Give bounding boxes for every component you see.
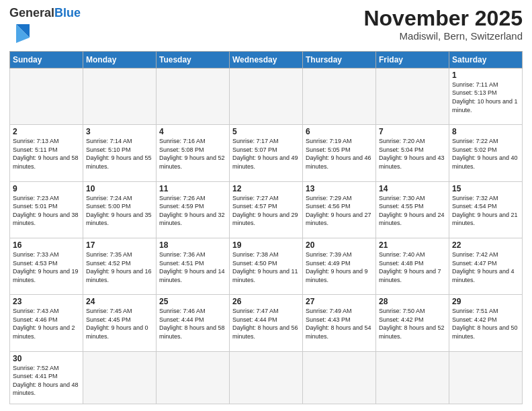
day-info: Sunrise: 7:52 AM Sunset: 4:41 PM Dayligh…	[13, 364, 80, 398]
day-number: 25	[159, 297, 226, 306]
day-number: 18	[159, 240, 226, 250]
week-row-6: 30Sunrise: 7:52 AM Sunset: 4:41 PM Dayli…	[10, 351, 523, 404]
day-number: 1	[452, 71, 519, 80]
day-cell: 10Sunrise: 7:24 AM Sunset: 5:00 PM Dayli…	[83, 181, 157, 238]
day-cell	[83, 68, 157, 124]
day-cell: 12Sunrise: 7:27 AM Sunset: 4:57 PM Dayli…	[230, 181, 303, 238]
day-info: Sunrise: 7:27 AM Sunset: 4:57 PM Dayligh…	[232, 194, 300, 228]
day-info: Sunrise: 7:26 AM Sunset: 4:59 PM Dayligh…	[159, 194, 226, 228]
day-cell	[83, 351, 157, 404]
header-cell-tuesday: Tuesday	[157, 51, 230, 68]
day-info: Sunrise: 7:39 AM Sunset: 4:49 PM Dayligh…	[306, 250, 373, 284]
day-info: Sunrise: 7:29 AM Sunset: 4:56 PM Dayligh…	[306, 194, 373, 228]
day-cell: 13Sunrise: 7:29 AM Sunset: 4:56 PM Dayli…	[303, 181, 376, 238]
day-cell: 19Sunrise: 7:38 AM Sunset: 4:50 PM Dayli…	[230, 238, 303, 294]
day-cell	[303, 351, 376, 404]
day-cell: 15Sunrise: 7:32 AM Sunset: 4:54 PM Dayli…	[449, 181, 523, 238]
day-info: Sunrise: 7:35 AM Sunset: 4:52 PM Dayligh…	[86, 250, 153, 284]
day-cell: 26Sunrise: 7:47 AM Sunset: 4:44 PM Dayli…	[230, 295, 303, 351]
logo-text: GeneralBlue	[9, 7, 81, 20]
day-number: 9	[13, 184, 80, 193]
day-cell: 11Sunrise: 7:26 AM Sunset: 4:59 PM Dayli…	[157, 181, 230, 238]
day-info: Sunrise: 7:51 AM Sunset: 4:42 PM Dayligh…	[452, 307, 519, 340]
day-cell	[157, 351, 230, 404]
subtitle: Madiswil, Bern, Switzerland	[363, 30, 523, 42]
day-number: 16	[13, 240, 80, 250]
day-number: 3	[86, 127, 153, 136]
day-number: 24	[86, 297, 153, 306]
day-info: Sunrise: 7:30 AM Sunset: 4:55 PM Dayligh…	[379, 194, 446, 228]
day-number: 26	[232, 297, 300, 306]
day-cell: 16Sunrise: 7:33 AM Sunset: 4:53 PM Dayli…	[10, 238, 83, 294]
day-cell	[157, 68, 230, 124]
day-number: 2	[13, 127, 80, 136]
day-cell: 4Sunrise: 7:16 AM Sunset: 5:08 PM Daylig…	[157, 125, 230, 181]
day-cell: 29Sunrise: 7:51 AM Sunset: 4:42 PM Dayli…	[449, 295, 523, 351]
day-info: Sunrise: 7:45 AM Sunset: 4:45 PM Dayligh…	[86, 307, 153, 340]
week-row-3: 9Sunrise: 7:23 AM Sunset: 5:01 PM Daylig…	[10, 181, 523, 238]
day-cell: 28Sunrise: 7:50 AM Sunset: 4:42 PM Dayli…	[376, 295, 449, 351]
day-number: 15	[452, 184, 519, 193]
header-cell-friday: Friday	[376, 51, 449, 68]
week-row-4: 16Sunrise: 7:33 AM Sunset: 4:53 PM Dayli…	[10, 238, 523, 294]
page: GeneralBlue November 2025 Madiswil, Bern…	[0, 0, 532, 411]
day-info: Sunrise: 7:46 AM Sunset: 4:44 PM Dayligh…	[159, 307, 226, 340]
day-info: Sunrise: 7:16 AM Sunset: 5:08 PM Dayligh…	[159, 137, 226, 171]
day-number: 23	[13, 297, 80, 306]
day-number: 7	[379, 127, 446, 136]
week-row-2: 2Sunrise: 7:13 AM Sunset: 5:11 PM Daylig…	[10, 125, 523, 181]
week-row-5: 23Sunrise: 7:43 AM Sunset: 4:46 PM Dayli…	[10, 295, 523, 351]
day-cell: 6Sunrise: 7:19 AM Sunset: 5:05 PM Daylig…	[303, 125, 376, 181]
day-number: 27	[306, 297, 373, 306]
day-cell: 23Sunrise: 7:43 AM Sunset: 4:46 PM Dayli…	[10, 295, 83, 351]
header-cell-monday: Monday	[83, 51, 157, 68]
day-cell: 1Sunrise: 7:11 AM Sunset: 5:13 PM Daylig…	[449, 68, 523, 124]
header-row: SundayMondayTuesdayWednesdayThursdayFrid…	[10, 51, 523, 68]
day-cell: 22Sunrise: 7:42 AM Sunset: 4:47 PM Dayli…	[449, 238, 523, 294]
day-info: Sunrise: 7:32 AM Sunset: 4:54 PM Dayligh…	[452, 194, 519, 228]
day-number: 4	[159, 127, 226, 136]
day-cell: 25Sunrise: 7:46 AM Sunset: 4:44 PM Dayli…	[157, 295, 230, 351]
header: GeneralBlue November 2025 Madiswil, Bern…	[9, 7, 523, 46]
day-cell: 5Sunrise: 7:17 AM Sunset: 5:07 PM Daylig…	[230, 125, 303, 181]
logo-icon	[11, 21, 35, 46]
title-block: November 2025 Madiswil, Bern, Switzerlan…	[363, 7, 523, 42]
day-cell: 2Sunrise: 7:13 AM Sunset: 5:11 PM Daylig…	[10, 125, 83, 181]
day-info: Sunrise: 7:42 AM Sunset: 4:47 PM Dayligh…	[452, 250, 519, 284]
day-info: Sunrise: 7:24 AM Sunset: 5:00 PM Dayligh…	[86, 194, 153, 228]
day-info: Sunrise: 7:43 AM Sunset: 4:46 PM Dayligh…	[13, 307, 80, 340]
day-number: 8	[452, 127, 519, 136]
day-number: 13	[306, 184, 373, 193]
day-number: 21	[379, 240, 446, 250]
day-cell: 21Sunrise: 7:40 AM Sunset: 4:48 PM Dayli…	[376, 238, 449, 294]
day-info: Sunrise: 7:20 AM Sunset: 5:04 PM Dayligh…	[379, 137, 446, 171]
day-cell: 24Sunrise: 7:45 AM Sunset: 4:45 PM Dayli…	[83, 295, 157, 351]
day-cell	[449, 351, 523, 404]
day-cell: 27Sunrise: 7:49 AM Sunset: 4:43 PM Dayli…	[303, 295, 376, 351]
day-cell: 9Sunrise: 7:23 AM Sunset: 5:01 PM Daylig…	[10, 181, 83, 238]
logo: GeneralBlue	[9, 7, 81, 46]
day-info: Sunrise: 7:23 AM Sunset: 5:01 PM Dayligh…	[13, 194, 80, 228]
day-cell	[376, 351, 449, 404]
month-title: November 2025	[363, 7, 523, 30]
day-number: 6	[306, 127, 373, 136]
day-number: 12	[232, 184, 300, 193]
day-cell	[10, 68, 83, 124]
day-cell: 18Sunrise: 7:36 AM Sunset: 4:51 PM Dayli…	[157, 238, 230, 294]
day-info: Sunrise: 7:49 AM Sunset: 4:43 PM Dayligh…	[306, 307, 373, 340]
day-number: 19	[232, 240, 300, 250]
day-number: 17	[86, 240, 153, 250]
day-cell: 3Sunrise: 7:14 AM Sunset: 5:10 PM Daylig…	[83, 125, 157, 181]
header-cell-sunday: Sunday	[10, 51, 83, 68]
day-info: Sunrise: 7:17 AM Sunset: 5:07 PM Dayligh…	[232, 137, 300, 171]
day-cell: 8Sunrise: 7:22 AM Sunset: 5:02 PM Daylig…	[449, 125, 523, 181]
day-number: 28	[379, 297, 446, 306]
day-cell	[230, 68, 303, 124]
day-info: Sunrise: 7:40 AM Sunset: 4:48 PM Dayligh…	[379, 250, 446, 284]
day-info: Sunrise: 7:22 AM Sunset: 5:02 PM Dayligh…	[452, 137, 519, 171]
week-row-1: 1Sunrise: 7:11 AM Sunset: 5:13 PM Daylig…	[10, 68, 523, 124]
day-cell: 7Sunrise: 7:20 AM Sunset: 5:04 PM Daylig…	[376, 125, 449, 181]
calendar-table: SundayMondayTuesdayWednesdayThursdayFrid…	[9, 51, 523, 404]
day-cell: 17Sunrise: 7:35 AM Sunset: 4:52 PM Dayli…	[83, 238, 157, 294]
day-number: 14	[379, 184, 446, 193]
